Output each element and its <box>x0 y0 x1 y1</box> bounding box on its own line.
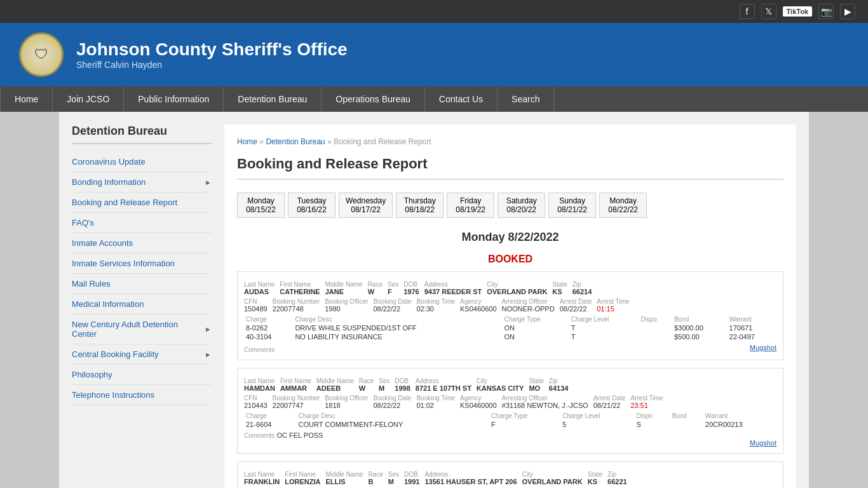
booked-header: BOOKED <box>237 254 783 265</box>
sidebar-item-inmate-services[interactable]: Inmate Services Information <box>72 254 212 274</box>
nav-search[interactable]: Search <box>498 86 554 112</box>
inmate-card-1: Last NameAUDAS First NameCATHERINE Middl… <box>237 271 783 360</box>
inmate-card-3: Last NameFRANKLIN First NameLORENZIA Mid… <box>237 461 783 488</box>
date-btn-6[interactable]: Sunday08/21/22 <box>548 193 596 218</box>
charge-table-2: Charge Charge Desc Charge Type Charge Le… <box>244 412 776 429</box>
sidebar-item-mail-rules[interactable]: Mail Rules <box>72 274 212 294</box>
sidebar-item-philosophy[interactable]: Philosophy <box>72 365 212 385</box>
sidebar: Detention Bureau Coronavirus Update Bond… <box>72 125 212 488</box>
youtube-icon[interactable]: ▶ <box>840 4 855 19</box>
date-btn-7[interactable]: Monday08/22/22 <box>599 193 647 218</box>
sidebar-item-booking-report[interactable]: Booking and Release Report <box>72 193 212 213</box>
breadcrumb: Home » Detention Bureau » Booking and Re… <box>237 137 783 146</box>
nav-public-information[interactable]: Public Information <box>124 86 224 112</box>
sidebar-item-ncadc[interactable]: New Century Adult Detention Center ► <box>72 315 212 344</box>
charge-row: 21-6604 COURT COMMITMENT-FELONY F 5 S 20… <box>244 420 776 429</box>
sidebar-item-central-booking[interactable]: Central Booking Facility ► <box>72 344 212 365</box>
comments-label: Comments <box>244 346 275 353</box>
sidebar-item-medical[interactable]: Medical Information <box>72 294 212 315</box>
facebook-icon[interactable]: f <box>740 4 755 19</box>
charge-table-1: Charge Charge Desc Charge Type Charge Le… <box>244 315 776 341</box>
charge-row: 40-3104 NO LIABILITY INSURANCE ON T $500… <box>244 332 776 341</box>
date-btn-1[interactable]: Tuesday08/16/22 <box>288 193 336 218</box>
nav-contact-us[interactable]: Contact Us <box>425 86 498 112</box>
nav-operations-bureau[interactable]: Operations Bureau <box>322 86 425 112</box>
breadcrumb-current: Booking and Release Report <box>334 137 431 146</box>
sidebar-item-faq[interactable]: FAQ's <box>72 213 212 233</box>
date-btn-0[interactable]: Monday08/15/22 <box>237 193 285 218</box>
date-btn-5[interactable]: Saturday08/20/22 <box>498 193 545 218</box>
main-content: Home » Detention Bureau » Booking and Re… <box>224 125 796 488</box>
breadcrumb-home[interactable]: Home <box>237 137 257 146</box>
instagram-icon[interactable]: 📷 <box>818 4 834 19</box>
page-title: Booking and Release Report <box>237 156 783 180</box>
arrow-icon: ► <box>205 179 212 186</box>
date-btn-2[interactable]: Wednesday08/17/22 <box>339 193 393 218</box>
site-title: Johnson County Sheriff's Office <box>76 39 348 60</box>
nav-home[interactable]: Home <box>0 86 53 112</box>
inmate-card-2: Last NameHAMDAN First NameAMMAR Middle N… <box>237 368 783 454</box>
sidebar-item-coronavirus[interactable]: Coronavirus Update <box>72 152 212 172</box>
content-wrapper: Detention Bureau Coronavirus Update Bond… <box>59 112 809 488</box>
site-subtitle: Sheriff Calvin Hayden <box>76 60 348 70</box>
arrow-icon: ► <box>205 351 212 358</box>
mugshot-link-1[interactable]: Mugshot <box>750 344 776 353</box>
sidebar-item-bonding[interactable]: Bonding Information ► <box>72 172 212 193</box>
arrow-icon: ► <box>205 325 212 333</box>
tiktok-button[interactable]: TikTok <box>783 6 812 17</box>
sidebar-item-inmate-accounts[interactable]: Inmate Accounts <box>72 233 212 254</box>
header-text: Johnson County Sheriff's Office Sheriff … <box>76 39 348 70</box>
site-header: 🛡 Johnson County Sheriff's Office Sherif… <box>0 23 868 86</box>
comments-label: Comments <box>244 432 275 439</box>
date-btn-3[interactable]: Thursday08/18/22 <box>396 193 444 218</box>
comments-text: OC FEL POSS <box>276 431 323 439</box>
date-navigation: Monday08/15/22 Tuesday08/16/22 Wednesday… <box>237 193 783 218</box>
mugshot-link-2[interactable]: Mugshot <box>750 439 776 447</box>
date-btn-4[interactable]: Friday08/19/22 <box>447 193 494 218</box>
breadcrumb-detention[interactable]: Detention Bureau <box>266 137 325 146</box>
top-bar: f 𝕏 TikTok 📷 ▶ <box>0 0 868 23</box>
nav-join-jcso[interactable]: Join JCSO <box>53 86 124 112</box>
charge-row: 8-0262 DRIVE WHILE SUSPENDED/1ST OFF ON … <box>244 323 776 332</box>
main-nav: Home Join JCSO Public Information Detent… <box>0 86 868 112</box>
report-date: Monday 8/22/2022 <box>237 231 783 244</box>
sidebar-item-telephone[interactable]: Telephone Instructions <box>72 385 212 405</box>
sidebar-heading: Detention Bureau <box>72 125 212 144</box>
twitter-icon[interactable]: 𝕏 <box>761 4 776 19</box>
sheriff-badge: 🛡 <box>19 32 64 77</box>
nav-detention-bureau[interactable]: Detention Bureau <box>224 86 322 112</box>
